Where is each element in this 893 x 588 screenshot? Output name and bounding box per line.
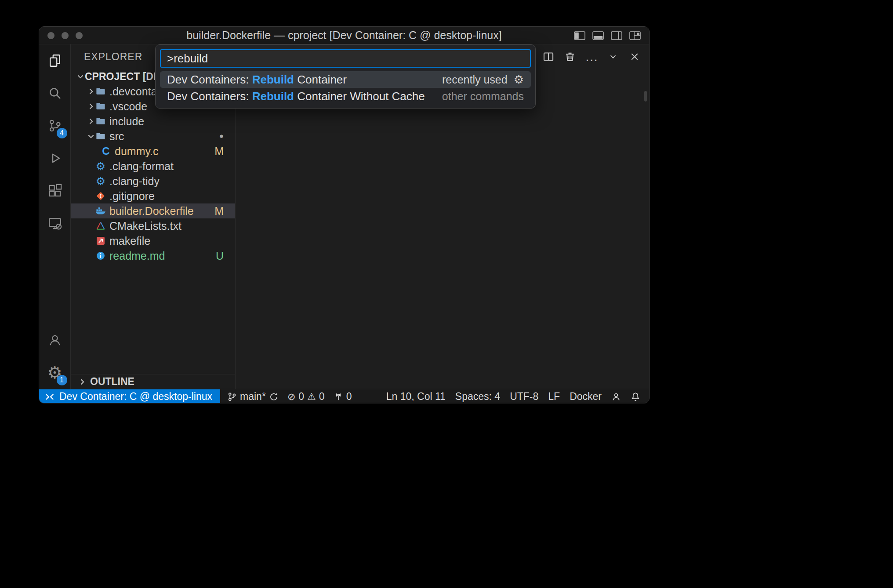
scm-badge: 4 [57, 128, 67, 138]
command-palette-list: Dev Containers: Rebuild Container recent… [160, 71, 531, 105]
sync-icon [269, 392, 279, 402]
explorer-activity-icon[interactable] [39, 44, 71, 77]
cmake-icon [95, 221, 106, 231]
info-icon [95, 251, 106, 261]
folder-open-icon [95, 131, 106, 141]
folder-icon [95, 87, 106, 96]
makefile-icon [95, 236, 106, 246]
title-bar: builder.Dockerfile — cproject [Dev Conta… [39, 27, 649, 44]
chevron-right-icon [87, 117, 95, 126]
chevron-right-icon [87, 87, 95, 96]
more-actions-icon[interactable]: … [585, 50, 598, 63]
accounts-activity-icon[interactable] [39, 324, 71, 356]
tree-item-builder-dockerfile[interactable]: builder.Dockerfile M [71, 203, 235, 218]
command-item-rebuild-container[interactable]: Dev Containers: Rebuild Container recent… [160, 71, 531, 88]
command-item-rebuild-container-no-cache[interactable]: Dev Containers: Rebuild Container Withou… [160, 88, 531, 105]
settings-gear-icon[interactable]: ⚙ 1 [39, 356, 71, 389]
branch-icon [227, 392, 237, 402]
tree-item-makefile[interactable]: makefile [71, 233, 235, 248]
remote-explorer-activity-icon[interactable] [39, 207, 71, 240]
tree-item-src[interactable]: src ● [71, 129, 235, 144]
folder-icon [95, 102, 106, 111]
chevron-right-icon [78, 377, 87, 386]
language-mode-status[interactable]: Docker [565, 391, 606, 403]
eol-status[interactable]: LF [544, 391, 564, 403]
remote-icon [44, 392, 55, 402]
minimize-window-button[interactable] [62, 32, 69, 39]
ports-status[interactable]: 0 [329, 391, 356, 403]
window-title: builder.Dockerfile — cproject [Dev Conta… [186, 29, 501, 42]
radio-tower-icon [334, 392, 343, 402]
activity-bar: 4 [39, 44, 71, 389]
encoding-status[interactable]: UTF-8 [505, 391, 543, 403]
command-item-meta: other commands [442, 90, 524, 103]
tree-item-clang-tidy[interactable]: ⚙ .clang-tidy [71, 174, 235, 189]
command-palette: Dev Containers: Rebuild Container recent… [155, 44, 536, 109]
toggle-panel-icon[interactable] [592, 30, 604, 41]
chevron-down-icon [87, 132, 95, 141]
configure-keybinding-gear-icon[interactable]: ⚙ [514, 74, 524, 85]
zoom-window-button[interactable] [76, 32, 83, 39]
c-file-icon: C [101, 145, 111, 157]
run-debug-activity-icon[interactable] [39, 142, 71, 174]
trash-icon[interactable] [563, 50, 577, 63]
extensions-activity-icon[interactable] [39, 174, 71, 207]
command-palette-input[interactable] [160, 49, 531, 68]
customize-layout-icon[interactable] [629, 30, 641, 41]
desktop-background: builder.Dockerfile — cproject [Dev Conta… [0, 0, 893, 588]
status-bar: Dev Container: C @ desktop-linux main* ⊘… [39, 389, 649, 403]
search-activity-icon[interactable] [39, 77, 71, 109]
warning-icon: ⚠ [307, 392, 316, 402]
vscode-window: builder.Dockerfile — cproject [Dev Conta… [39, 26, 650, 403]
close-window-button[interactable] [47, 32, 54, 39]
notifications-bell-icon[interactable] [626, 392, 645, 402]
indentation-status[interactable]: Spaces: 4 [451, 391, 505, 403]
git-icon [95, 191, 106, 201]
chevron-down-icon [76, 72, 85, 81]
tree-item-dummy-c[interactable]: C dummy.c M [71, 144, 235, 159]
tree-item-clang-format[interactable]: ⚙ .clang-format [71, 159, 235, 174]
close-panel-icon[interactable] [628, 50, 641, 63]
gear-file-icon: ⚙ [95, 161, 106, 172]
editor-scrollbar[interactable] [644, 91, 647, 102]
toggle-sidebar-icon[interactable] [574, 30, 586, 41]
problems-status[interactable]: ⊘ 0 ⚠ 0 [283, 391, 329, 403]
toggle-secondary-sidebar-icon[interactable] [610, 30, 623, 41]
cursor-position-status[interactable]: Ln 10, Col 11 [382, 391, 450, 403]
outline-section-header[interactable]: OUTLINE [71, 374, 235, 389]
tree-item-cmakelists[interactable]: CMakeLists.txt [71, 218, 235, 233]
maximize-panel-chevron-icon[interactable] [606, 50, 620, 63]
command-item-meta: recently used [442, 73, 508, 86]
docker-icon [95, 207, 106, 215]
source-control-activity-icon[interactable]: 4 [39, 109, 71, 142]
feedback-icon[interactable] [607, 392, 625, 402]
traffic-lights [47, 32, 83, 39]
tree-item-include[interactable]: include [71, 114, 235, 129]
gear-file-icon: ⚙ [95, 176, 106, 187]
git-branch-status[interactable]: main* [223, 391, 283, 403]
chevron-right-icon [87, 102, 95, 111]
folder-icon [95, 116, 106, 126]
tree-item-readme[interactable]: readme.md U [71, 248, 235, 263]
remote-indicator[interactable]: Dev Container: C @ desktop-linux [39, 389, 220, 403]
error-icon: ⊘ [287, 392, 295, 402]
settings-badge: 1 [57, 375, 67, 385]
tree-item-gitignore[interactable]: .gitignore [71, 189, 235, 203]
split-panel-icon[interactable] [542, 50, 555, 63]
